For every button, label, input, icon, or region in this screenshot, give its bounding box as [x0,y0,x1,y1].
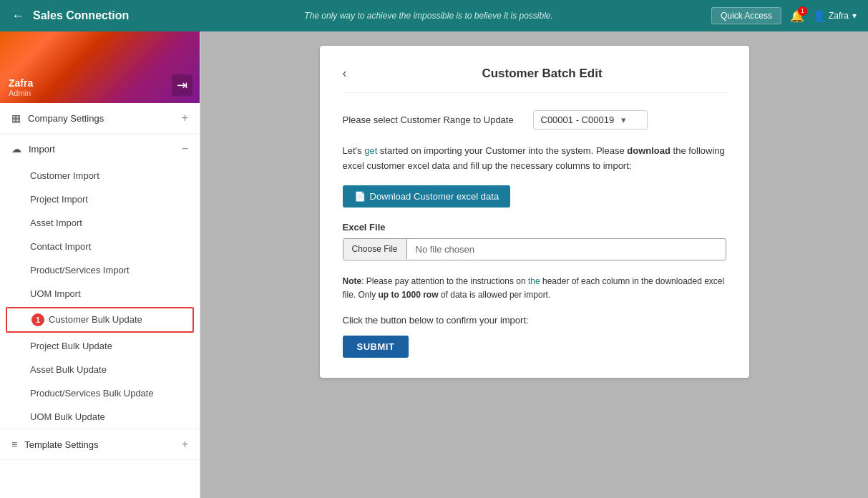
template-settings-label: Template Settings [24,439,181,450]
sidebar-section-company-settings: ▦ Company Settings + [0,103,200,134]
import-items: Customer ImportProject ImportAsset Impor… [0,164,200,429]
import-label: Import [29,144,182,155]
sidebar-item-project-import[interactable]: Project Import [0,187,200,211]
sidebar-item-project-bulk-update[interactable]: Project Bulk Update [0,334,200,358]
sidebar: Zafra Admin ⇥ ▦ Company Settings + ☁ Imp… [0,31,200,498]
card-header: ‹ Customer Batch Edit [343,66,726,93]
sidebar-user-info: Zafra Admin [9,77,33,97]
sidebar-item-asset-bulk-update[interactable]: Asset Bulk Update [0,358,200,381]
sidebar-item-asset-import[interactable]: Asset Import [0,211,200,235]
choose-file-button[interactable]: Choose File [343,239,407,259]
chevron-down-icon: ▾ [852,11,857,21]
file-input-row: Choose File No file chosen [343,238,726,260]
note-row-limit: up to 1000 row [379,290,439,300]
topbar: ← Sales Connection The only way to achie… [0,0,868,31]
download-btn-label: Download Customer excel data [370,191,499,202]
download-excel-button[interactable]: 📄 Download Customer excel data [343,185,511,208]
submit-button[interactable]: SUBMIT [343,336,409,358]
cloud-icon: ☁ [11,143,21,155]
template-settings-toggle: + [182,438,188,451]
sidebar-section-import: ☁ Import − Customer ImportProject Import… [0,134,200,429]
sidebar-user-name: Zafra [9,77,33,89]
dropdown-arrow-icon: ▾ [621,114,626,125]
quick-access-button[interactable]: Quick Access [711,7,781,24]
note-the: the [528,276,540,286]
import-toggle: − [182,142,188,155]
grid-icon: ▦ [11,112,21,124]
company-settings-label: Company Settings [28,113,182,124]
company-settings-toggle: + [182,112,188,125]
menu-icon: ≡ [11,439,17,450]
sidebar-item-product-services-import[interactable]: Product/Services Import [0,258,200,282]
range-field-row: Please select Customer Range to Update C… [343,110,726,130]
card-title: Customer Batch Edit [359,67,726,81]
topbar-back-button[interactable]: ← [11,9,24,24]
logout-button[interactable]: ⇥ [172,74,192,96]
main-layout: Zafra Admin ⇥ ▦ Company Settings + ☁ Imp… [0,31,868,498]
sidebar-item-uom-import[interactable]: UOM Import [0,282,200,306]
user-menu[interactable]: 👤 Zafra ▾ [813,10,857,21]
sidebar-section-template-settings: ≡ Template Settings + [0,429,200,460]
range-dropdown[interactable]: C00001 - C00019 ▾ [533,110,648,130]
topbar-quote: The only way to achieve the impossible i… [146,11,711,21]
company-settings-header[interactable]: ▦ Company Settings + [0,103,200,133]
customer-batch-edit-card: ‹ Customer Batch Edit Please select Cust… [320,46,749,378]
user-name: Zafra [829,11,849,21]
file-chosen-text: No file chosen [407,239,483,260]
sidebar-item-customer-import[interactable]: Customer Import [0,164,200,187]
range-value: C00001 - C00019 [541,114,615,125]
topbar-actions: Quick Access 🔔 1 👤 Zafra ▾ [711,7,857,24]
click-text: Click the button below to confirm your i… [343,315,726,326]
file-icon: 📄 [354,191,366,202]
note-text: Note: Please pay attention to the instru… [343,275,726,302]
desc-get: get [364,145,377,156]
card-back-button[interactable]: ‹ [343,66,347,81]
template-settings-header[interactable]: ≡ Template Settings + [0,429,200,459]
excel-file-label: Excel File [343,222,726,233]
description-text: Let's get started on importing your Cust… [343,144,726,174]
desc-download-bold: download [627,145,670,156]
sidebar-item-product-services-bulk-update[interactable]: Product/Services Bulk Update [0,381,200,405]
range-label: Please select Customer Range to Update [343,114,522,125]
content-area: ‹ Customer Batch Edit Please select Cust… [200,31,868,498]
sidebar-item-customer-bulk-update[interactable]: 1Customer Bulk Update [6,307,194,333]
sidebar-user-role: Admin [9,89,33,97]
notification-bell-container: 🔔 1 [790,9,804,23]
sidebar-item-uom-bulk-update[interactable]: UOM Bulk Update [0,405,200,429]
user-icon: 👤 [813,10,825,21]
app-title: Sales Connection [33,9,129,22]
import-header[interactable]: ☁ Import − [0,134,200,164]
sidebar-header: Zafra Admin ⇥ [0,31,200,103]
note-label: Note [343,276,362,286]
sidebar-item-contact-import[interactable]: Contact Import [0,235,200,258]
notification-badge: 1 [798,6,807,16]
active-number-badge: 1 [31,313,44,326]
